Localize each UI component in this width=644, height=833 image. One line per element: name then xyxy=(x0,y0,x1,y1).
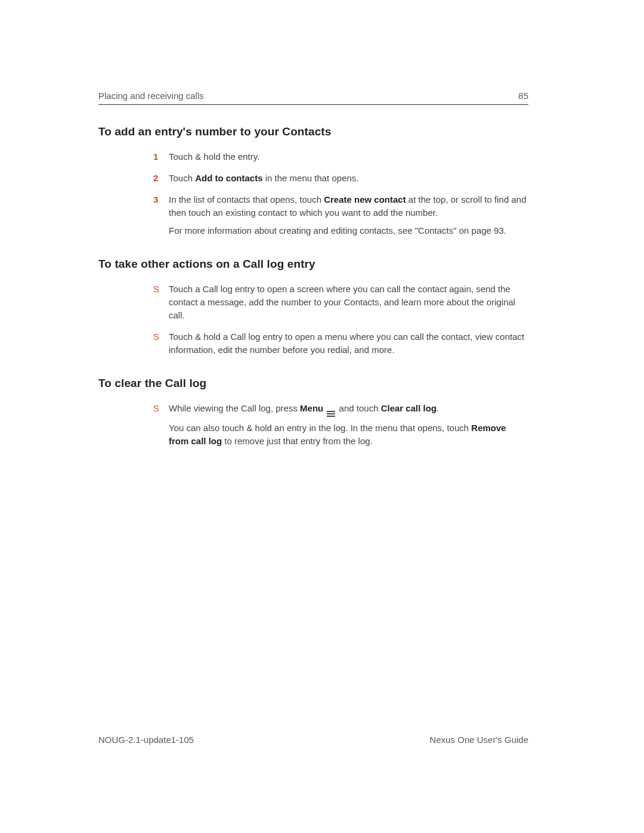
step-number: 3 xyxy=(153,193,169,206)
bullet-marker: S xyxy=(153,330,169,343)
section: To take other actions on a Call log entr… xyxy=(98,258,528,357)
paragraph: Touch & hold the entry. xyxy=(169,150,259,163)
footer-left: NOUG-2.1-update1-105 xyxy=(98,735,194,745)
page-content: Placing and receiving calls 85 To add an… xyxy=(98,91,528,468)
item-body: In the list of contacts that opens, touc… xyxy=(169,193,528,237)
paragraph: In the list of contacts that opens, touc… xyxy=(169,193,528,219)
step-number: 1 xyxy=(153,150,169,163)
section: To add an entry's number to your Contact… xyxy=(98,125,528,237)
running-header: Placing and receiving calls 85 xyxy=(98,91,528,105)
list-item: SWhile viewing the Call log, press Menu … xyxy=(153,402,528,448)
item-body: Touch a Call log entry to open a screen … xyxy=(169,283,528,322)
item-body: Touch & hold a Call log entry to open a … xyxy=(169,330,528,357)
bullet-marker: S xyxy=(153,283,169,296)
section-title: To take other actions on a Call log entr… xyxy=(98,258,528,271)
page-footer: NOUG-2.1-update1-105 Nexus One User's Gu… xyxy=(98,735,528,745)
item-list: STouch a Call log entry to open a screen… xyxy=(153,283,528,357)
paragraph: Touch a Call log entry to open a screen … xyxy=(169,283,528,322)
step-number: 2 xyxy=(153,172,169,185)
paragraph: While viewing the Call log, press Menu a… xyxy=(169,402,528,417)
bold-text: Add to contacts xyxy=(195,173,262,183)
section-title: To add an entry's number to your Contact… xyxy=(98,125,528,138)
menu-icon xyxy=(327,411,335,417)
item-body: Touch & hold the entry. xyxy=(169,150,259,163)
paragraph: Touch Add to contacts in the menu that o… xyxy=(169,172,359,185)
list-item: 2Touch Add to contacts in the menu that … xyxy=(153,172,528,185)
page-number: 85 xyxy=(518,91,528,101)
bold-text: Clear call log xyxy=(381,403,436,413)
footer-right: Nexus One User's Guide xyxy=(430,735,528,745)
bold-text: Menu xyxy=(300,403,323,413)
item-list: SWhile viewing the Call log, press Menu … xyxy=(153,402,528,448)
running-header-title: Placing and receiving calls xyxy=(98,91,204,101)
item-body: Touch Add to contacts in the menu that o… xyxy=(169,172,359,185)
section-title: To clear the Call log xyxy=(98,377,528,390)
bold-text: Remove from call log xyxy=(169,423,506,446)
item-body: While viewing the Call log, press Menu a… xyxy=(169,402,528,448)
list-item: 3In the list of contacts that opens, tou… xyxy=(153,193,528,237)
bold-text: Create new contact xyxy=(324,194,406,205)
paragraph: For more information about creating and … xyxy=(169,224,528,237)
item-list: 1Touch & hold the entry.2Touch Add to co… xyxy=(153,150,528,237)
section: To clear the Call logSWhile viewing the … xyxy=(98,377,528,448)
paragraph: You can also touch & hold an entry in th… xyxy=(169,422,528,448)
paragraph: Touch & hold a Call log entry to open a … xyxy=(169,330,528,357)
list-item: 1Touch & hold the entry. xyxy=(153,150,528,163)
list-item: STouch & hold a Call log entry to open a… xyxy=(153,330,528,357)
bullet-marker: S xyxy=(153,402,169,415)
list-item: STouch a Call log entry to open a screen… xyxy=(153,283,528,322)
